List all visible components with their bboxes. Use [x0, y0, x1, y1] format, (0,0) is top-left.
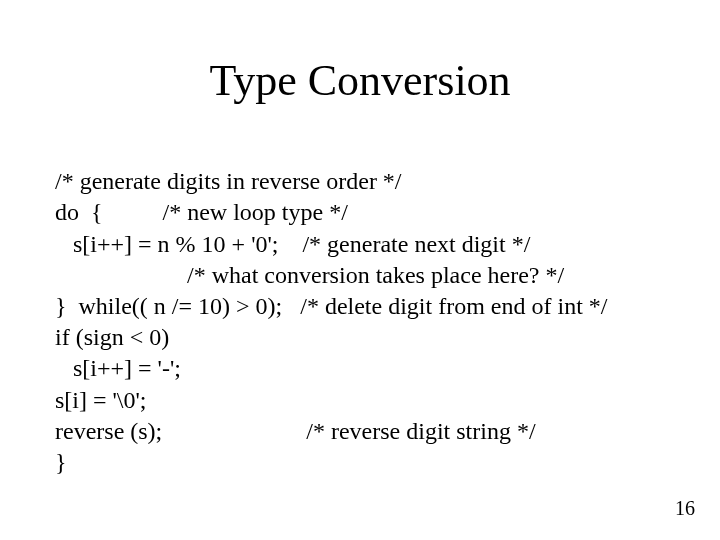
page-number: 16: [675, 497, 695, 520]
code-block: /* generate digits in reverse order */ d…: [55, 135, 705, 478]
slide: Type Conversion /* generate digits in re…: [0, 0, 720, 540]
code-line: s[i++] = '-';: [55, 355, 181, 381]
code-line: } while(( n /= 10) > 0); /* delete digit…: [55, 293, 607, 319]
code-line: do { /* new loop type */: [55, 199, 348, 225]
code-line: /* what conversion takes place here? */: [55, 262, 564, 288]
code-line: s[i++] = n % 10 + '0'; /* generate next …: [55, 231, 530, 257]
code-line: s[i] = '\0';: [55, 387, 147, 413]
code-line: }: [55, 449, 67, 475]
code-line: /* generate digits in reverse order */: [55, 168, 402, 194]
code-line: reverse (s); /* reverse digit string */: [55, 418, 536, 444]
code-line: if (sign < 0): [55, 324, 169, 350]
slide-title: Type Conversion: [0, 55, 720, 106]
